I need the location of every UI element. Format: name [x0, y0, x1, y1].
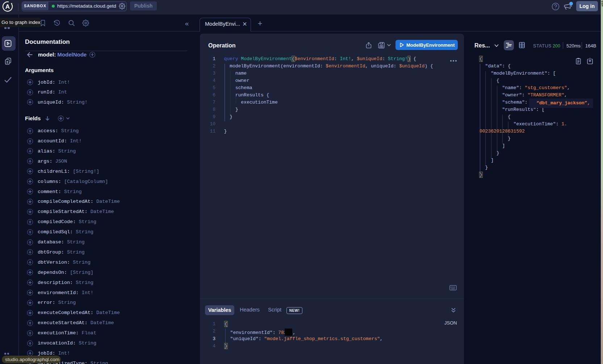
svg-text:A: A [5, 3, 10, 10]
